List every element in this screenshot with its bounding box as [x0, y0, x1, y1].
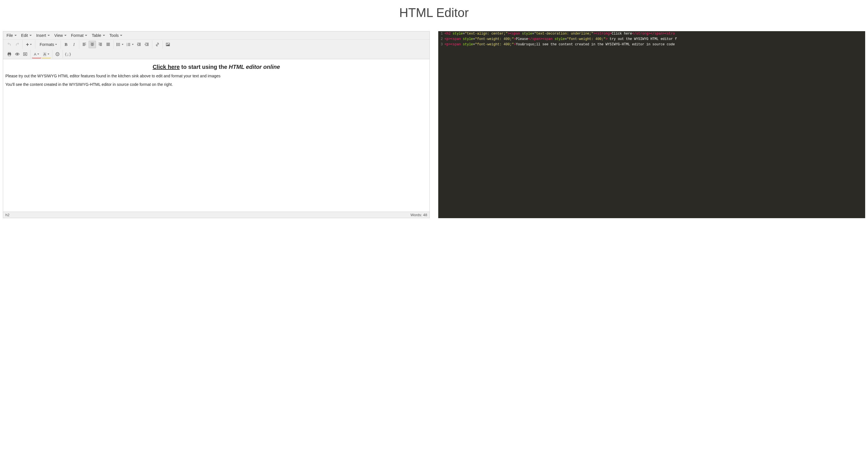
split-columns: File Edit Insert View Format Table Tools — [0, 31, 868, 218]
undo-button[interactable] — [6, 41, 13, 48]
code-text: <h2 style="text-align: center;"><span st… — [444, 31, 675, 36]
editor-column: File Edit Insert View Format Table Tools — [3, 31, 430, 218]
code-text: <p><span style="font-weight: 400;">Pleas… — [444, 36, 677, 42]
bold-icon: B — [65, 42, 67, 47]
code-column: 1<h2 style="text-align: center;"><span s… — [438, 31, 865, 218]
content-paragraph-1[interactable]: Please try out the WYSIWYG HTML editor f… — [5, 74, 427, 78]
plus-icon: + — [26, 42, 29, 47]
number-list-button[interactable]: 123 — [125, 41, 135, 48]
media-icon — [23, 52, 27, 56]
align-left-button[interactable] — [81, 41, 88, 48]
menu-insert-label: Insert — [36, 33, 46, 38]
smiley-icon — [55, 52, 60, 56]
svg-point-2 — [117, 45, 117, 46]
word-count-label: Words: — [410, 213, 423, 217]
caret-icon — [122, 44, 123, 45]
menu-format[interactable]: Format — [69, 32, 89, 39]
print-icon — [7, 52, 11, 56]
menu-tools[interactable]: Tools — [107, 32, 125, 39]
line-number: 2 — [438, 36, 444, 42]
code-icon: {;} — [65, 52, 71, 56]
line-number: 1 — [438, 31, 444, 36]
svg-point-7 — [167, 44, 167, 44]
caret-icon — [120, 35, 122, 36]
bg-color-icon: A — [43, 52, 47, 56]
code-line[interactable]: 1<h2 style="text-align: center;"><span s… — [438, 31, 865, 36]
indent-icon — [145, 42, 149, 47]
svg-text:3: 3 — [127, 45, 127, 47]
editor-content-area[interactable]: Click here to start using the HTML edito… — [3, 59, 430, 212]
indent-button[interactable] — [143, 41, 151, 48]
text-color-button[interactable]: A — [32, 51, 41, 58]
svg-point-15 — [58, 54, 58, 54]
align-center-icon — [90, 42, 95, 47]
text-color-icon: A — [34, 52, 36, 56]
media-button[interactable] — [22, 51, 29, 58]
link-button[interactable] — [154, 41, 161, 48]
align-right-button[interactable] — [97, 41, 104, 48]
insert-menu-button[interactable]: + — [24, 41, 34, 48]
heading-italic-text: HTML editor online — [229, 64, 280, 70]
italic-icon: I — [73, 42, 75, 47]
link-icon — [155, 42, 160, 47]
align-left-icon — [82, 42, 87, 47]
formats-dropdown[interactable]: Formats — [37, 41, 59, 48]
number-list-icon: 123 — [126, 42, 131, 47]
bullet-list-icon — [116, 42, 121, 47]
menu-edit-label: Edit — [21, 33, 28, 38]
menu-view-label: View — [54, 33, 63, 38]
svg-rect-8 — [8, 52, 10, 53]
svg-point-0 — [117, 43, 117, 44]
image-button[interactable] — [164, 41, 172, 48]
line-number: 3 — [438, 42, 444, 47]
caret-icon — [103, 35, 105, 36]
formats-label: Formats — [40, 42, 54, 47]
svg-point-1 — [117, 44, 117, 45]
menu-view[interactable]: View — [52, 32, 69, 39]
code-text: <p><span style="font-weight: 400;">You&r… — [444, 42, 675, 47]
menu-format-label: Format — [71, 33, 84, 38]
caret-icon — [37, 54, 39, 55]
redo-button[interactable] — [13, 41, 21, 48]
menu-table-label: Table — [92, 33, 101, 38]
emoji-button[interactable] — [54, 51, 61, 58]
element-path[interactable]: h2 — [5, 213, 9, 217]
outdent-icon — [137, 42, 141, 47]
redo-icon — [15, 42, 20, 47]
toolbar-row-2: A A {;} — [3, 49, 430, 59]
preview-button[interactable] — [13, 51, 21, 58]
caret-icon — [29, 35, 32, 36]
menu-file[interactable]: File — [4, 32, 19, 39]
menu-edit[interactable]: Edit — [19, 32, 34, 39]
source-code-panel[interactable]: 1<h2 style="text-align: center;"><span s… — [438, 31, 865, 218]
svg-point-13 — [56, 52, 59, 56]
menu-table[interactable]: Table — [89, 32, 107, 39]
content-paragraph-2[interactable]: You'll see the content created in the WY… — [5, 82, 427, 87]
align-justify-icon — [106, 42, 111, 47]
caret-icon — [48, 54, 49, 55]
caret-icon — [85, 35, 87, 36]
wysiwyg-editor: File Edit Insert View Format Table Tools — [3, 31, 430, 218]
bullet-list-button[interactable] — [115, 41, 125, 48]
italic-button[interactable]: I — [70, 41, 78, 48]
menu-tools-label: Tools — [110, 33, 119, 38]
align-justify-button[interactable] — [104, 41, 112, 48]
bold-button[interactable]: B — [62, 41, 70, 48]
svg-rect-10 — [8, 54, 10, 56]
menu-insert[interactable]: Insert — [34, 32, 52, 39]
align-center-button[interactable] — [89, 41, 96, 48]
svg-point-11 — [17, 54, 18, 55]
content-heading[interactable]: Click here to start using the HTML edito… — [5, 64, 427, 70]
code-sample-button[interactable]: {;} — [64, 51, 72, 58]
outdent-button[interactable] — [135, 41, 143, 48]
word-count: Words: 48 — [410, 213, 427, 217]
code-line[interactable]: 2<p><span style="font-weight: 400;">Plea… — [438, 36, 865, 42]
bg-color-button[interactable]: A — [42, 51, 51, 58]
code-line[interactable]: 3<p><span style="font-weight: 400;">You&… — [438, 42, 865, 47]
word-count-value: 48 — [423, 213, 427, 217]
caret-icon — [14, 35, 17, 36]
print-button[interactable] — [6, 51, 13, 58]
statusbar: h2 Words: 48 — [3, 212, 430, 218]
toolbar-row-1: + Formats B I — [3, 40, 430, 49]
heading-mid-text: to start using the — [180, 64, 229, 70]
